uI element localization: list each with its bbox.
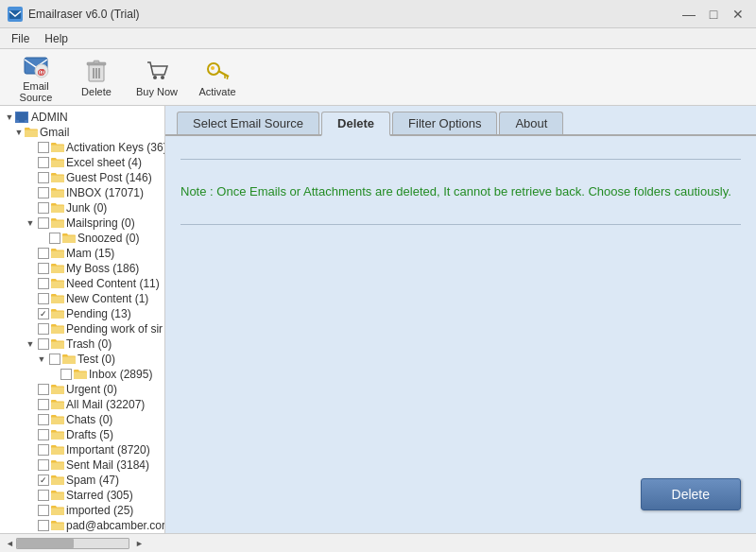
menu-help[interactable]: Help	[37, 30, 76, 47]
checkbox-sent-mail[interactable]	[38, 459, 49, 471]
checkbox-inbox[interactable]	[38, 187, 49, 198]
delete-toolbar-label: Delete	[81, 86, 112, 97]
checkbox-all-mail[interactable]	[38, 399, 49, 410]
label: Pending (13)	[66, 307, 131, 320]
tree-pending-work[interactable]: Pending work of sir (2...	[0, 321, 164, 336]
horizontal-scrollbar[interactable]	[16, 538, 129, 549]
checkbox-imported[interactable]	[38, 505, 49, 516]
label: Trash (0)	[66, 337, 112, 351]
label: Snoozed (0)	[77, 232, 139, 245]
delete-toolbar-button[interactable]: Delete	[68, 53, 125, 102]
checkbox-spam[interactable]	[38, 474, 49, 486]
tree-chats[interactable]: Chats (0)	[0, 412, 164, 427]
tree-urgent[interactable]: Urgent (0)	[0, 382, 164, 397]
label: Test (0)	[77, 353, 115, 366]
toolbar: @ Email Source Delete Buy Now	[0, 49, 756, 106]
close-button[interactable]: ✕	[728, 4, 748, 25]
folder-icon	[51, 444, 64, 456]
checkbox-need-content[interactable]	[38, 278, 49, 289]
gmail-toggle[interactable]: ▼	[13, 127, 25, 138]
folder-icon	[51, 263, 64, 274]
email-source-button[interactable]: @ Email Source	[8, 53, 64, 102]
checkbox-drafts[interactable]	[38, 429, 49, 440]
email-source-label: Email Source	[8, 80, 64, 103]
label: Sent Mail (3184)	[66, 458, 149, 472]
cart-icon	[144, 58, 170, 84]
activate-button[interactable]: Activate	[189, 53, 246, 102]
checkbox-activation-keys[interactable]	[38, 142, 49, 153]
tree-activation-keys[interactable]: Activation Keys (36)	[0, 140, 164, 155]
checkbox-test-inbox[interactable]	[60, 369, 72, 380]
checkbox-my-boss[interactable]	[38, 263, 49, 274]
tree-pending[interactable]: Pending (13)	[0, 306, 164, 321]
tree-spam[interactable]: Spam (47)	[0, 473, 164, 488]
test-toggle[interactable]: ▼	[36, 354, 47, 365]
checkbox-junk[interactable]	[38, 202, 49, 214]
checkbox-pending-work[interactable]	[38, 323, 49, 335]
gmail-label: Gmail	[40, 126, 69, 139]
folder-icon	[51, 187, 64, 198]
checkbox-excel[interactable]	[38, 157, 49, 168]
svg-text:@: @	[38, 67, 46, 77]
tree-need-content[interactable]: Need Content (11)	[0, 276, 164, 291]
trash-toggle[interactable]: ▼	[25, 338, 36, 350]
content-area: Note : Once Emails or Attachments are de…	[165, 136, 756, 533]
menu-file[interactable]: File	[4, 30, 37, 47]
tree-test-inbox[interactable]: Inbox (2895)	[0, 367, 164, 382]
key-icon	[204, 58, 231, 84]
tab-about[interactable]: About	[499, 112, 563, 134]
label: INBOX (17071)	[66, 186, 144, 199]
tree-trash[interactable]: ▼ Trash (0)	[0, 336, 164, 352]
tree-my-boss[interactable]: My Boss (186)	[0, 261, 164, 276]
folder-icon	[62, 233, 76, 244]
mailspring-toggle[interactable]: ▼	[25, 217, 36, 229]
folder-icon	[74, 369, 87, 380]
checkbox-important[interactable]	[38, 444, 49, 456]
tab-delete[interactable]: Delete	[321, 112, 390, 136]
root-toggle[interactable]: ▼	[4, 112, 15, 123]
maximize-button[interactable]: □	[703, 4, 724, 25]
tree-drafts[interactable]: Drafts (5)	[0, 427, 164, 442]
tree-all-mail[interactable]: All Mail (32207)	[0, 397, 164, 412]
checkbox-test[interactable]	[49, 354, 60, 365]
tree-important[interactable]: Important (8720)	[0, 442, 164, 457]
tree-inbox[interactable]: INBOX (17071)	[0, 185, 164, 200]
tab-filter-options[interactable]: Filter Options	[392, 112, 497, 134]
checkbox-pending[interactable]	[38, 308, 49, 319]
checkbox-starred[interactable]	[38, 490, 49, 501]
tree-pad-email[interactable]: pad@abcamber.cor	[0, 518, 164, 533]
tree-imported[interactable]: imported (25)	[0, 503, 164, 518]
label: Inbox (2895)	[89, 368, 152, 381]
checkbox-trash[interactable]	[38, 338, 49, 350]
buy-now-button[interactable]: Buy Now	[129, 53, 185, 102]
checkbox-pad-email[interactable]	[38, 520, 49, 531]
tree-sent-mail[interactable]: Sent Mail (3184)	[0, 457, 164, 473]
delete-action-button[interactable]: Delete	[641, 478, 741, 510]
tree-starred[interactable]: Starred (305)	[0, 488, 164, 503]
tree-new-content[interactable]: New Content (1)	[0, 291, 164, 306]
tab-select-email-source[interactable]: Select Email Source	[177, 112, 319, 134]
svg-rect-0	[9, 10, 21, 19]
tree-mam[interactable]: Mam (15)	[0, 246, 164, 261]
checkbox-mam[interactable]	[38, 248, 49, 259]
scroll-left-arrow[interactable]: ◄	[4, 539, 16, 548]
tree-mailspring[interactable]: ▼ Mailspring (0)	[0, 216, 164, 231]
scroll-right-arrow[interactable]: ►	[133, 539, 146, 548]
title-bar: Emailraser v6.0 (Trial) — □ ✕	[0, 0, 756, 28]
scrollbar-thumb[interactable]	[17, 539, 74, 548]
tree-root[interactable]: ▼ ADMIN	[0, 110, 164, 125]
tree-test[interactable]: ▼ Test (0)	[0, 352, 164, 367]
tree-snoozed[interactable]: Snoozed (0)	[0, 231, 164, 246]
svg-point-11	[161, 76, 164, 79]
tree-gmail[interactable]: ▼ Gmail	[0, 125, 164, 140]
checkbox-guest-post[interactable]	[38, 172, 49, 183]
checkbox-urgent[interactable]	[38, 384, 49, 395]
checkbox-mailspring[interactable]	[38, 217, 49, 229]
minimize-button[interactable]: —	[679, 4, 699, 25]
tree-guest-post[interactable]: Guest Post (146)	[0, 170, 164, 185]
checkbox-new-content[interactable]	[38, 293, 49, 304]
checkbox-chats[interactable]	[38, 414, 49, 425]
tree-excel-sheet[interactable]: Excel sheet (4)	[0, 155, 164, 170]
tree-junk[interactable]: Junk (0)	[0, 200, 164, 216]
checkbox-snoozed[interactable]	[49, 233, 60, 244]
